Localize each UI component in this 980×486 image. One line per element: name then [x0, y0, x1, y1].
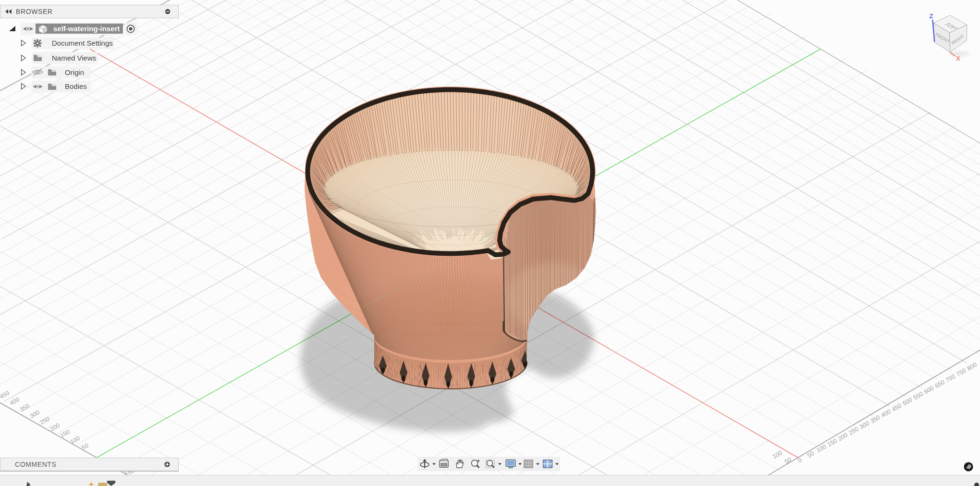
svg-text:Z: Z: [930, 12, 933, 20]
svg-text:X: X: [956, 55, 960, 62]
